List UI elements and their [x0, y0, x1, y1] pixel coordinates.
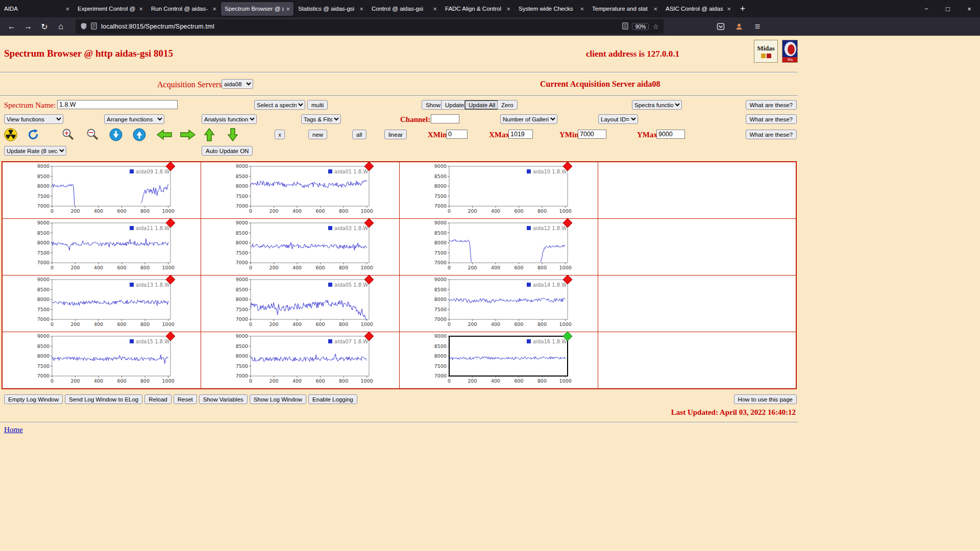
gallery-cell[interactable]: 7000750080008500900002004006008001000aid…: [201, 332, 399, 389]
maximize-button[interactable]: □: [937, 0, 959, 17]
browser-tab[interactable]: Control @ aidas-gsi×: [368, 2, 440, 16]
svg-text:800: 800: [140, 208, 150, 214]
browser-tab[interactable]: System wide Checks×: [515, 2, 587, 16]
footer-button[interactable]: Reset: [174, 394, 197, 404]
tab-close-icon[interactable]: ×: [65, 5, 69, 13]
bookmark-star-icon[interactable]: ☆: [652, 22, 659, 31]
browser-tab[interactable]: AIDA×: [1, 2, 73, 16]
analysis-functions-dropdown[interactable]: Analysis functions: [202, 114, 257, 124]
pocket-icon[interactable]: [715, 20, 727, 33]
select-spectrum-dropdown[interactable]: Select a spectrum: [254, 100, 305, 110]
what-are-these-button-2[interactable]: What are these?: [746, 114, 797, 124]
scroll-up-icon[interactable]: [133, 128, 146, 142]
gallery-cell[interactable]: 7000750080008500900002004006008001000aid…: [201, 276, 399, 332]
update-all-button[interactable]: Update All: [464, 100, 499, 110]
zero-button[interactable]: Zero: [497, 100, 518, 110]
number-of-galleries-dropdown[interactable]: Number of Galleries: [500, 114, 557, 124]
gallery-cell[interactable]: 7000750080008500900002004006008001000aid…: [201, 219, 399, 276]
browser-tab[interactable]: Spectrum Browser @ a×: [221, 2, 293, 16]
url-text[interactable]: localhost:8015/Spectrum/Spectrum.tml: [101, 23, 622, 30]
url-bar[interactable]: localhost:8015/Spectrum/Spectrum.tml 90%…: [76, 19, 664, 34]
multi-button[interactable]: multi: [307, 100, 328, 110]
client-address: client address is 127.0.0.1: [586, 49, 679, 59]
tab-close-icon[interactable]: ×: [433, 5, 437, 13]
footer-button[interactable]: Send Log Window to ELog: [65, 394, 142, 404]
spectra-functions-dropdown[interactable]: Spectra functions: [632, 100, 682, 110]
tab-close-icon[interactable]: ×: [212, 5, 216, 13]
browser-tab[interactable]: FADC Align & Control×: [442, 2, 514, 16]
zoom-out-icon[interactable]: −: [86, 128, 101, 142]
browser-tab[interactable]: Experiment Control @ a×: [74, 2, 146, 16]
tab-close-icon[interactable]: ×: [727, 5, 731, 13]
ymax-input[interactable]: [656, 130, 685, 139]
spectrum-name-input[interactable]: [57, 100, 178, 109]
tab-close-icon[interactable]: ×: [580, 5, 584, 13]
new-button[interactable]: new: [308, 130, 327, 139]
tab-close-icon[interactable]: ×: [506, 5, 510, 13]
gallery-cell[interactable]: 7000750080008500900002004006008001000aid…: [399, 162, 598, 219]
browser-tab[interactable]: Temperature and stat×: [589, 2, 661, 16]
refresh-icon[interactable]: [27, 128, 40, 142]
channel-input[interactable]: [431, 114, 459, 123]
tab-close-icon[interactable]: ×: [139, 5, 143, 13]
ymin-input[interactable]: [578, 130, 606, 139]
update-rate-dropdown[interactable]: Update Rate (8 secs): [4, 146, 66, 156]
arrow-right-icon[interactable]: [180, 128, 196, 142]
gallery-cell[interactable]: 7000750080008500900002004006008001000aid…: [2, 219, 201, 276]
minimize-button[interactable]: −: [916, 0, 937, 17]
gallery-cell[interactable]: 7000750080008500900002004006008001000aid…: [399, 332, 598, 389]
arrow-down-icon[interactable]: [227, 128, 239, 142]
browser-tab[interactable]: Run Control @ aidas-×: [148, 2, 220, 16]
page-info-icon[interactable]: [91, 22, 97, 31]
svg-text:800: 800: [537, 208, 547, 214]
auto-update-button[interactable]: Auto Update ON: [202, 146, 253, 156]
account-icon[interactable]: [733, 20, 745, 33]
x-button[interactable]: x: [275, 130, 285, 139]
tab-close-icon[interactable]: ×: [653, 5, 657, 13]
home-button[interactable]: ⌂: [53, 19, 68, 34]
all-button[interactable]: all: [352, 130, 366, 139]
tags-fits-dropdown[interactable]: Tags & Fits: [301, 114, 341, 124]
forward-button[interactable]: →: [20, 19, 36, 34]
gallery-cell[interactable]: 7000750080008500900002004006008001000aid…: [2, 276, 201, 332]
acquisition-server-select[interactable]: aida08: [222, 79, 253, 89]
footer-button[interactable]: Show Log Window: [250, 394, 306, 404]
tab-close-icon[interactable]: ×: [286, 5, 290, 13]
what-are-these-button-3[interactable]: What are these?: [746, 130, 797, 139]
how-to-use-button[interactable]: How to use this page: [734, 394, 797, 404]
footer-button[interactable]: Enable Logging: [308, 394, 357, 404]
gallery-cell[interactable]: 7000750080008500900002004006008001000aid…: [201, 162, 399, 219]
linear-button[interactable]: linear: [384, 130, 407, 139]
view-functions-dropdown[interactable]: View functions: [4, 114, 63, 124]
arrow-left-icon[interactable]: [156, 128, 173, 142]
gallery-cell[interactable]: 7000750080008500900002004006008001000aid…: [399, 276, 598, 332]
new-tab-button[interactable]: +: [735, 2, 750, 16]
footer-button[interactable]: Show Variables: [199, 394, 248, 404]
gallery-cell[interactable]: 7000750080008500900002004006008001000aid…: [399, 219, 598, 276]
reload-button[interactable]: ↻: [37, 19, 52, 34]
xmin-input[interactable]: [446, 130, 468, 139]
browser-tab[interactable]: ASIC Control @ aidas×: [662, 2, 734, 16]
back-button[interactable]: ←: [4, 19, 19, 34]
menu-icon[interactable]: ≡: [751, 20, 764, 33]
zoom-level-indicator[interactable]: 90%: [632, 23, 649, 30]
arrange-functions-dropdown[interactable]: Arrange functions: [104, 114, 164, 124]
scroll-down-icon[interactable]: [109, 128, 122, 142]
footer-button[interactable]: Empty Log Window: [4, 394, 63, 404]
reader-view-icon[interactable]: [622, 22, 628, 31]
home-link[interactable]: Home: [4, 425, 23, 434]
xmax-input[interactable]: [508, 130, 533, 139]
shield-icon[interactable]: [80, 22, 87, 32]
browser-tab[interactable]: Statistics @ aidas-gsi×: [295, 2, 367, 16]
footer-button[interactable]: Reload: [144, 394, 171, 404]
legend-swatch: [527, 283, 531, 287]
gallery-cell[interactable]: 7000750080008500900002004006008001000aid…: [2, 332, 201, 389]
radiation-icon[interactable]: [4, 128, 17, 142]
zoom-in-icon[interactable]: +: [61, 128, 77, 142]
layout-id-dropdown[interactable]: Layout ID=7: [598, 114, 638, 124]
what-are-these-button-1[interactable]: What are these?: [746, 100, 797, 110]
gallery-cell[interactable]: 7000750080008500900002004006008001000aid…: [2, 162, 201, 219]
close-button[interactable]: ×: [959, 0, 980, 17]
tab-close-icon[interactable]: ×: [359, 5, 363, 13]
arrow-up-icon[interactable]: [203, 128, 215, 142]
